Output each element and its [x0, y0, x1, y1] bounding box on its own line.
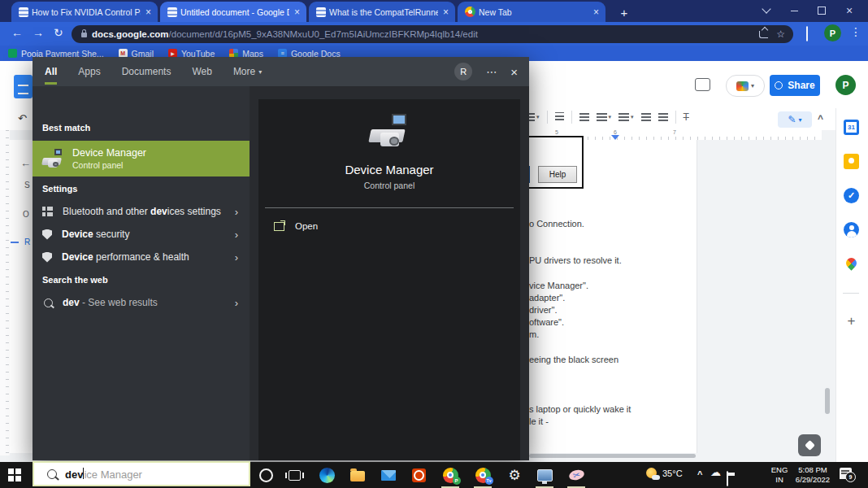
keep-icon[interactable]	[844, 154, 859, 169]
tab-close-icon[interactable]: ×	[293, 7, 302, 17]
tab-close-icon[interactable]: ×	[441, 7, 450, 17]
options-icon[interactable]: ⋯	[486, 66, 497, 78]
new-tab-button[interactable]: +	[614, 2, 634, 22]
screen: How to Fix NVIDIA Control Panel × Untitl…	[0, 0, 868, 488]
snipping-tool-taskbar-icon[interactable]: ✂	[568, 467, 584, 483]
browser-profile-avatar[interactable]: P	[824, 24, 841, 41]
editing-mode-button[interactable]: ✎ ▾	[778, 111, 812, 128]
maps-pin-icon[interactable]	[844, 258, 859, 273]
browser-tab-2-active[interactable]: Untitled document - Google Doc ×	[160, 2, 306, 22]
chrome-profile1-taskbar-icon[interactable]: P	[442, 467, 458, 483]
outline-item[interactable]: O	[23, 210, 29, 219]
sheets-icon	[8, 49, 17, 58]
chevron-right-icon: ›	[235, 297, 238, 309]
reload-icon[interactable]: ↻	[54, 26, 63, 39]
chevron-right-icon: ›	[235, 251, 238, 264]
increase-indent-icon[interactable]	[658, 113, 668, 121]
browser-menu-icon[interactable]: ⋮	[850, 25, 861, 38]
result-bluetooth-devices-settings[interactable]: Bluetooth and other devices settings ›	[33, 200, 250, 223]
taskbar-search-box[interactable]: device Manager	[33, 461, 250, 486]
open-action[interactable]: Open	[274, 221, 318, 231]
battery-icon[interactable]	[727, 472, 728, 486]
action-center-button[interactable]: 9	[840, 468, 852, 479]
close-search-icon[interactable]: ×	[510, 65, 518, 79]
filter-tab-web[interactable]: Web	[192, 66, 211, 77]
task-view-button[interactable]	[286, 467, 302, 483]
onedrive-cloud-icon[interactable]: ☁	[710, 466, 721, 478]
chrome-profile2-taskbar-icon[interactable]: Tv	[475, 467, 491, 483]
cortana-button[interactable]	[258, 467, 274, 483]
collapse-toolbar-icon[interactable]: ^	[818, 113, 823, 124]
lock-icon	[81, 33, 87, 37]
outline-item[interactable]: R	[24, 237, 30, 246]
result-device-performance-health[interactable]: Device performance & health ›	[33, 246, 250, 268]
shield-icon	[42, 252, 52, 263]
back-icon[interactable]: ←	[11, 26, 23, 39]
document-embedded-image[interactable]: Help	[520, 136, 584, 189]
mail-taskbar-icon[interactable]	[380, 467, 397, 483]
start-button[interactable]	[8, 468, 21, 481]
maximize-icon[interactable]	[808, 0, 835, 21]
settings-taskbar-icon[interactable]: ⚙	[506, 467, 523, 483]
checklist-icon[interactable]	[579, 113, 589, 121]
filter-tab-all[interactable]: All	[45, 66, 57, 77]
ruler-number: 5	[555, 129, 558, 135]
language-indicator[interactable]: ENG IN	[769, 465, 790, 485]
browser-tab-1[interactable]: How to Fix NVIDIA Control Panel ×	[11, 2, 158, 22]
explore-button[interactable]	[798, 434, 821, 456]
line-spacing-icon[interactable]	[555, 112, 564, 123]
filter-tab-more[interactable]: More ▾	[233, 66, 262, 77]
tab-search-chevron-icon[interactable]	[753, 0, 780, 21]
share-button[interactable]: Share	[770, 75, 820, 96]
share-label: Share	[788, 80, 814, 91]
bulleted-list-icon[interactable]: ▾	[597, 113, 612, 121]
tab-close-icon[interactable]: ×	[592, 7, 601, 17]
calendar-icon[interactable]: 31	[844, 120, 859, 135]
docs-logo-icon[interactable]	[14, 75, 33, 98]
browser-tab-4[interactable]: New Tab ×	[458, 2, 605, 22]
office-taskbar-icon[interactable]	[410, 467, 427, 483]
close-icon[interactable]: ×	[835, 0, 863, 21]
toolbar-separator	[547, 111, 548, 124]
best-match-result[interactable]: Device Manager Control panel	[33, 141, 250, 176]
hidden-icons-chevron[interactable]: ^	[697, 469, 702, 479]
tab-close-icon[interactable]: ×	[144, 7, 153, 17]
tasks-icon[interactable]: ✓	[844, 188, 859, 203]
result-see-web-results[interactable]: dev - See web results ›	[33, 291, 250, 314]
side-panel-icon[interactable]	[806, 27, 808, 41]
bookmark-star-icon[interactable]: ☆	[776, 28, 785, 40]
filter-tab-documents[interactable]: Documents	[122, 66, 171, 77]
clear-formatting-icon[interactable]: T	[684, 111, 689, 123]
file-explorer-taskbar-icon[interactable]	[349, 467, 366, 483]
device-manager-taskbar-icon[interactable]	[536, 467, 553, 483]
forward-icon[interactable]: →	[33, 26, 44, 39]
search-results-panel: Best match Device Manager Control panel …	[33, 86, 250, 460]
undo-icon[interactable]: ↶	[18, 112, 27, 124]
document-text-line: le it -	[529, 416, 549, 426]
docs-avatar[interactable]: P	[835, 75, 856, 95]
comment-icon[interactable]	[695, 78, 710, 91]
weather-widget[interactable]: 35°C	[646, 468, 683, 478]
edge-taskbar-icon[interactable]	[319, 467, 335, 483]
clock[interactable]: 5:08 PM 6/29/2022	[793, 465, 832, 485]
numbered-list-icon[interactable]: ▾	[618, 113, 634, 121]
meet-button[interactable]: ▾	[726, 75, 765, 97]
outline-collapse-icon[interactable]: ←	[20, 157, 31, 169]
vertical-scrollbar[interactable]	[825, 388, 830, 414]
indent-marker[interactable]	[611, 135, 619, 140]
minimize-icon[interactable]	[780, 0, 808, 21]
filter-tab-apps[interactable]: Apps	[78, 66, 100, 77]
account-avatar[interactable]: R	[454, 63, 472, 81]
outline-item[interactable]: S	[24, 181, 30, 190]
result-device-security[interactable]: Device security ›	[33, 223, 250, 246]
browser-tab-3[interactable]: What is the CompatTelRunner - C ×	[309, 2, 455, 22]
get-addons-icon[interactable]: +	[844, 313, 859, 329]
share-page-icon[interactable]	[759, 31, 768, 38]
search-preview-panel: Device Manager Control panel Open	[250, 86, 529, 460]
document-text-line: vice Manager".	[529, 281, 588, 290]
horizontal-scrollbar[interactable]	[529, 454, 696, 458]
ruler-number: 6	[614, 129, 617, 135]
contacts-icon[interactable]	[844, 222, 859, 237]
omnibox[interactable]: docs.google.com /document/d/16pM5_9xA38N…	[72, 25, 793, 43]
decrease-indent-icon[interactable]	[641, 113, 651, 121]
